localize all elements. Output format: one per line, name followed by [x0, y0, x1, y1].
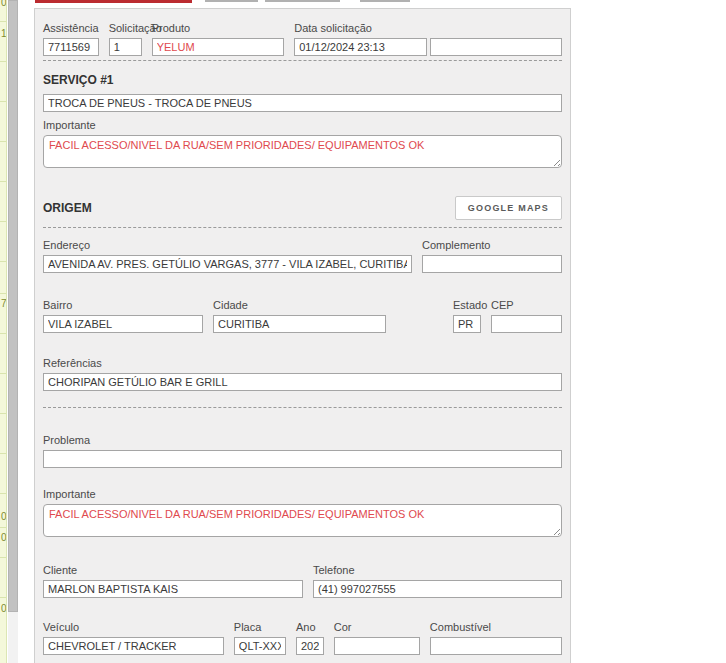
cep-input[interactable]: [491, 315, 562, 333]
strip-divider: [0, 557, 7, 558]
servico-heading: SERVIÇO #1: [43, 73, 562, 87]
row-number: 0: [1, 532, 7, 543]
combustivel-label: Combustível: [430, 621, 562, 633]
bairro-row: Bairro Cidade Estado CEP: [43, 299, 562, 333]
vertical-scrollbar-track[interactable]: [8, 0, 18, 663]
cor-label: Cor: [334, 621, 420, 633]
endereco-label: Endereço: [43, 239, 412, 251]
section-separator: [43, 407, 562, 408]
inactive-tab-underline[interactable]: [360, 0, 410, 2]
estado-label: Estado: [453, 299, 481, 311]
cidade-input[interactable]: [213, 315, 386, 333]
cliente-row: Cliente Telefone: [43, 564, 562, 598]
section-separator: [43, 227, 562, 228]
strip-divider: [0, 61, 7, 62]
origem-heading: ORIGEM: [43, 201, 92, 215]
placa-label: Placa: [234, 621, 286, 633]
strip-divider: [0, 261, 7, 262]
endereco-row: Endereço Complemento: [43, 239, 562, 273]
strip-divider: [0, 293, 7, 294]
telefone-label: Telefone: [313, 564, 562, 576]
strip-divider: [0, 413, 7, 414]
strip-divider: [0, 141, 7, 142]
row-spacer: [396, 299, 443, 333]
strip-divider: [0, 101, 7, 102]
google-maps-button[interactable]: GOOGLE MAPS: [455, 196, 562, 220]
produto-input[interactable]: [152, 38, 285, 56]
left-row-number-strip: 0 1 7 0 0 0: [0, 0, 7, 663]
estado-input[interactable]: [453, 315, 481, 333]
problema-label: Problema: [43, 434, 562, 446]
importante-origem-label: Importante: [43, 488, 562, 500]
cliente-label: Cliente: [43, 564, 303, 576]
servico-input[interactable]: [43, 94, 562, 112]
strip-divider: [0, 597, 7, 598]
referencias-label: Referências: [43, 357, 562, 369]
complemento-label: Complemento: [422, 239, 562, 251]
importante-origem-textarea[interactable]: FACIL ACESSO/NIVEL DA RUA/SEM PRIORIDADE…: [43, 504, 562, 537]
bairro-input[interactable]: [43, 315, 203, 333]
telefone-input[interactable]: [313, 580, 562, 598]
problema-input[interactable]: [43, 450, 562, 468]
veiculo-row: Veículo Placa Ano Cor Combustível: [43, 621, 562, 655]
strip-divider: [0, 221, 7, 222]
strip-divider: [0, 493, 7, 494]
strip-divider: [0, 181, 7, 182]
cidade-label: Cidade: [213, 299, 386, 311]
inactive-tab-underline[interactable]: [205, 0, 258, 2]
veiculo-label: Veículo: [43, 621, 224, 633]
row-number: 0: [1, 0, 7, 8]
cep-label: CEP: [491, 299, 562, 311]
header-row: Assistência Solicitação Produto Data sol…: [43, 22, 562, 56]
placa-input[interactable]: [234, 637, 286, 655]
vertical-scrollbar-thumb[interactable]: [8, 0, 18, 612]
row-number: 1: [1, 28, 7, 39]
data-solicitacao-label: Data solicitação: [294, 22, 562, 34]
active-tab-underline[interactable]: [35, 0, 192, 3]
importante-servico-label: Importante: [43, 119, 562, 131]
importante-servico-textarea[interactable]: FACIL ACESSO/NIVEL DA RUA/SEM PRIORIDADE…: [43, 135, 562, 168]
solicitacao-input[interactable]: [109, 38, 142, 56]
produto-label: Produto: [152, 22, 285, 34]
solicitacao-label: Solicitação: [109, 22, 142, 34]
strip-divider: [0, 453, 7, 454]
origem-header-row: ORIGEM GOOGLE MAPS: [43, 196, 562, 220]
cliente-input[interactable]: [43, 580, 303, 598]
strip-divider: [0, 527, 7, 528]
combustivel-input[interactable]: [430, 637, 562, 655]
row-number: 7: [1, 298, 7, 309]
ano-input[interactable]: [296, 637, 324, 655]
data-solicitacao-extra-input[interactable]: [430, 38, 562, 56]
section-separator: [43, 60, 562, 61]
endereco-input[interactable]: [43, 255, 412, 273]
assistencia-input[interactable]: [43, 38, 99, 56]
row-number: 0: [1, 603, 7, 614]
row-number: 0: [1, 511, 7, 522]
veiculo-input[interactable]: [43, 637, 224, 655]
assistencia-label: Assistência: [43, 22, 99, 34]
bairro-label: Bairro: [43, 299, 203, 311]
assistance-form-panel: Assistência Solicitação Produto Data sol…: [34, 8, 571, 663]
complemento-input[interactable]: [422, 255, 562, 273]
ano-label: Ano: [296, 621, 324, 633]
referencias-input[interactable]: [43, 373, 562, 391]
strip-divider: [0, 333, 7, 334]
strip-divider: [0, 21, 7, 22]
data-solicitacao-input[interactable]: [294, 38, 426, 56]
inactive-tab-underline[interactable]: [265, 0, 340, 2]
strip-divider: [0, 373, 7, 374]
cor-input[interactable]: [334, 637, 420, 655]
